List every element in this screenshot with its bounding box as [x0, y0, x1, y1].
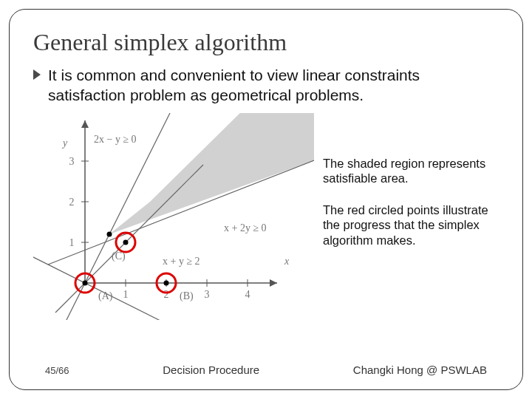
y-tick-3: 3: [69, 156, 75, 167]
svg-marker-5: [81, 120, 89, 128]
bullet-item: It is common and convenient to view line…: [33, 65, 499, 106]
svg-point-19: [164, 280, 169, 285]
geometry-figure: 1 2 3 4 1 2 3 y x: [33, 113, 314, 320]
x-axis-label: x: [284, 256, 290, 267]
slide-title: General simplex algorithm: [33, 29, 499, 56]
page-number: 45/66: [45, 365, 69, 376]
caption-red-points: The red circled points illustrate the pr…: [323, 202, 499, 248]
x-tick-4: 4: [245, 289, 250, 300]
svg-marker-4: [270, 279, 277, 287]
svg-point-18: [83, 280, 88, 285]
svg-point-20: [107, 231, 112, 236]
y-tick-1: 1: [69, 237, 75, 248]
x-tick-1: 1: [123, 289, 129, 300]
bullet-text: It is common and convenient to view line…: [48, 65, 499, 106]
point-b-label: (B): [180, 290, 194, 302]
point-a-label: (A): [98, 290, 113, 302]
y-axis-label: y: [61, 137, 68, 149]
y-tick-2: 2: [69, 197, 75, 208]
captions-column: The shaded region represents satisfiable…: [323, 113, 499, 265]
x-tick-2: 2: [164, 289, 169, 300]
slide-frame: General simplex algorithm It is common a…: [9, 9, 523, 390]
footer-center: Decision Procedure: [163, 364, 259, 376]
svg-point-21: [123, 239, 129, 245]
svg-marker-0: [33, 69, 41, 80]
constraint-line-label: x + y ≥ 2: [163, 256, 200, 267]
footer-author: Changki Hong @ PSWLAB: [353, 364, 487, 376]
caption-shaded: The shaded region represents satisfiable…: [323, 156, 499, 186]
content-row: 1 2 3 4 1 2 3 y x: [33, 113, 499, 320]
slide-footer: 45/66 Decision Procedure Changki Hong @ …: [45, 364, 487, 376]
constraint-right-label: x + 2y ≥ 0: [224, 222, 267, 233]
triangle-bullet-icon: [33, 69, 42, 83]
constraint-top-label: 2x − y ≥ 0: [94, 134, 137, 145]
x-tick-3: 3: [205, 289, 210, 300]
point-c-label: (C): [112, 250, 126, 262]
